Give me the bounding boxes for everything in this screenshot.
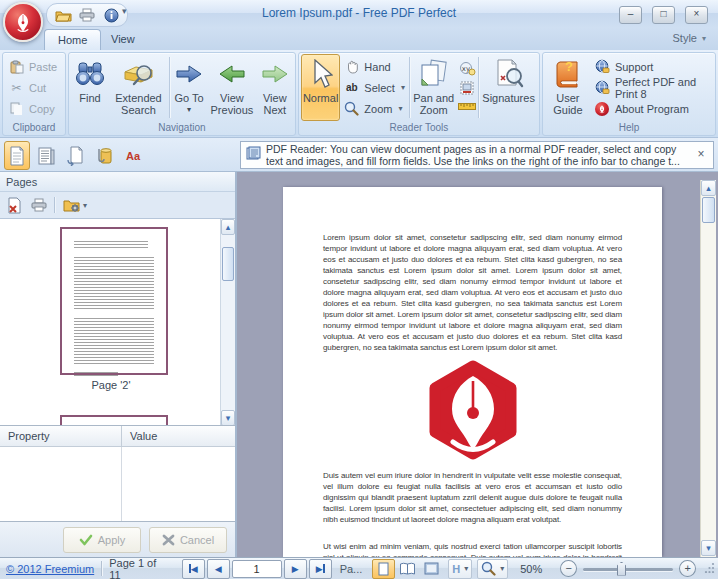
scroll-down-icon[interactable]: ▾ xyxy=(701,540,716,556)
coordinates-tool-button[interactable]: xy xyxy=(457,60,477,77)
page-options-button[interactable]: ▾ xyxy=(60,196,90,215)
single-page-icon xyxy=(377,562,390,576)
next-page-button[interactable]: ▶ xyxy=(284,559,307,579)
normal-tool-button[interactable]: Normal xyxy=(301,54,340,121)
zoom-in-button[interactable]: + xyxy=(679,560,696,577)
export-page-panel-tab[interactable] xyxy=(62,141,88,170)
scroll-up-icon[interactable]: ▴ xyxy=(221,219,235,235)
scrollbar-thumb[interactable] xyxy=(702,197,715,223)
signatures-button[interactable]: Signatures xyxy=(480,54,537,121)
page-thumbnails-list: Page '2' ▴ ▾ xyxy=(0,218,235,426)
pan-and-zoom-label: Pan and Zoom xyxy=(413,92,455,116)
cursor-arrow-icon xyxy=(309,57,333,91)
document-view[interactable]: Lorem ipsum dolor sit amet, consetetur s… xyxy=(237,172,718,557)
copy-button[interactable]: Copy xyxy=(5,99,63,119)
about-program-button[interactable]: About Program xyxy=(591,99,713,119)
zoom-tool-button[interactable]: Zoom ▾ xyxy=(340,99,408,119)
full-screen-view-button[interactable] xyxy=(420,559,443,579)
extended-search-button[interactable]: Extended Search xyxy=(109,54,168,121)
tab-home[interactable]: Home xyxy=(44,29,101,51)
tab-view[interactable]: View xyxy=(98,29,148,50)
page-number-input[interactable] xyxy=(232,560,282,578)
copy-icon xyxy=(8,101,25,116)
outline-panel-tab[interactable] xyxy=(33,141,59,170)
perfect-pdf-link-button[interactable]: Perfect PDF and Print 8 xyxy=(591,78,713,98)
slider-thumb[interactable] xyxy=(617,562,626,576)
go-to-button[interactable]: Go To ▾ xyxy=(171,54,207,121)
pan-and-zoom-button[interactable]: Pan and Zoom xyxy=(411,54,457,121)
first-page-button[interactable]: ◀ xyxy=(182,559,205,579)
fit-height-icon: H xyxy=(452,563,460,575)
close-button[interactable]: × xyxy=(685,6,708,24)
previous-page-button[interactable]: ◀ xyxy=(207,559,230,579)
panel-toolbar-row: Aa PDF Reader: You can view document pag… xyxy=(0,138,718,172)
info-bar-close-icon[interactable]: × xyxy=(693,147,709,163)
view-next-button[interactable]: View Next xyxy=(257,54,293,121)
document-scrollbar[interactable]: ▴ ▾ xyxy=(700,180,716,557)
scroll-up-icon[interactable]: ▴ xyxy=(701,180,716,196)
magnifier-icon xyxy=(481,561,496,576)
paste-button[interactable]: Paste xyxy=(5,57,63,77)
attachments-panel-tab[interactable] xyxy=(91,141,117,170)
ribbon-group-clipboard: Paste ✂ Cut Copy Clipboard xyxy=(2,52,66,136)
hand-tool-button[interactable]: Hand xyxy=(340,57,408,77)
measure-tool-button[interactable] xyxy=(457,98,477,115)
two-page-view-button[interactable] xyxy=(396,559,419,579)
fonts-icon: Aa xyxy=(126,150,140,162)
pages-panel-tab[interactable] xyxy=(4,141,30,170)
scrollbar-thumb[interactable] xyxy=(222,247,234,281)
style-selector[interactable]: Style ▾ xyxy=(673,32,706,44)
print-page-button[interactable] xyxy=(29,196,49,215)
printer-icon xyxy=(31,198,47,212)
cut-label: Cut xyxy=(29,82,46,94)
apply-button[interactable]: Apply xyxy=(63,527,141,553)
page-icon xyxy=(9,146,25,166)
page-navigation: ◀ ◀ ▶ ▶ xyxy=(182,559,332,579)
sidebar-button-row: Apply Cancel xyxy=(0,522,235,557)
minimize-button[interactable]: – xyxy=(619,6,642,24)
page-thumbnail-current[interactable] xyxy=(60,227,168,375)
cancel-label: Cancel xyxy=(180,534,214,546)
screen-icon xyxy=(424,562,439,575)
pane-label-truncated: Pa... xyxy=(340,563,363,575)
find-button[interactable]: Find xyxy=(71,54,109,121)
page-delete-icon xyxy=(7,197,22,214)
view-previous-button[interactable]: View Previous xyxy=(207,54,257,121)
previous-arrow-icon xyxy=(218,57,246,91)
user-guide-button[interactable]: ? User Guide xyxy=(545,54,591,121)
zoom-slider[interactable] xyxy=(583,562,673,576)
ribbon-tab-row: Home View Style ▾ xyxy=(0,28,718,50)
support-label: Support xyxy=(615,61,654,73)
maximize-button[interactable]: □ xyxy=(652,6,675,24)
fit-height-button[interactable]: H ▾ xyxy=(448,559,472,579)
zoom-menu-button[interactable]: ▾ xyxy=(477,559,508,579)
zoom-out-button[interactable]: − xyxy=(560,560,577,577)
view-next-label: View Next xyxy=(259,92,291,116)
about-program-label: About Program xyxy=(615,103,689,115)
view-previous-label: View Previous xyxy=(209,92,255,116)
application-menu-button[interactable] xyxy=(3,2,43,42)
signatures-icon xyxy=(494,57,524,91)
slider-track[interactable] xyxy=(583,568,673,571)
view-mode-buttons xyxy=(372,559,443,579)
last-page-button[interactable]: ▶ xyxy=(309,559,332,579)
chevron-down-icon: ▾ xyxy=(500,564,504,573)
fonts-panel-tab[interactable]: Aa xyxy=(120,141,146,170)
help-group-label: Help xyxy=(543,122,715,135)
document-page[interactable]: Lorem ipsum dolor sit amet, consetetur s… xyxy=(283,187,662,557)
scroll-down-icon[interactable]: ▾ xyxy=(221,410,235,426)
copyright-link[interactable]: © 2012 Freemium xyxy=(6,563,94,575)
resize-grip[interactable] xyxy=(704,562,715,575)
clipboard-group-label: Clipboard xyxy=(3,122,65,135)
thumbnail-caption: Page '2' xyxy=(0,379,222,391)
export-page-button[interactable] xyxy=(4,196,24,215)
go-to-arrow-icon xyxy=(175,57,203,91)
select-tool-button[interactable]: ab Select ▾ xyxy=(340,78,408,98)
single-page-view-button[interactable] xyxy=(372,559,395,579)
support-link-button[interactable]: Support xyxy=(591,57,713,77)
snapshot-tool-button[interactable] xyxy=(457,79,477,96)
content-area: Pages xyxy=(0,172,718,557)
cancel-button[interactable]: Cancel xyxy=(149,527,227,553)
cut-button[interactable]: ✂ Cut xyxy=(5,78,63,98)
thumbnails-scrollbar[interactable]: ▴ ▾ xyxy=(220,219,235,426)
